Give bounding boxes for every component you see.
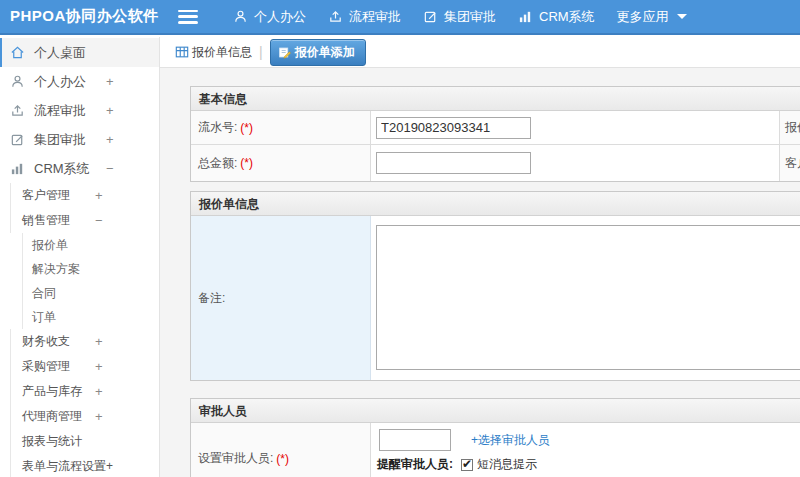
user-icon xyxy=(233,9,248,24)
set-approvers-label: 设置审批人员: xyxy=(198,450,273,467)
grid-icon xyxy=(175,45,189,59)
topnav-workflow-approval[interactable]: 流程审批 xyxy=(317,0,412,34)
form-row-total-amount: 总金额: (*) 客户 xyxy=(191,144,800,181)
sidebar-item-solution[interactable]: 解决方案 xyxy=(22,257,159,281)
sidebar-item-product-inventory[interactable]: 产品与库存 + xyxy=(10,379,159,404)
home-icon xyxy=(10,45,25,60)
total-amount-label: 总金额: xyxy=(198,155,237,172)
expand-icon[interactable]: + xyxy=(95,188,103,203)
expand-icon[interactable]: + xyxy=(106,74,114,89)
required-marker: (*) xyxy=(276,452,289,466)
sidebar-item-personal-desktop[interactable]: 个人桌面 xyxy=(0,38,159,67)
topnav-crm[interactable]: CRM系统 xyxy=(507,0,606,34)
required-marker: (*) xyxy=(240,121,253,135)
remark-label: 备注: xyxy=(198,290,225,307)
collapse-icon[interactable]: − xyxy=(106,161,114,176)
section-title: 基本信息 xyxy=(191,87,800,111)
sidebar-item-sales-mgmt[interactable]: 销售管理 − xyxy=(10,208,159,233)
flow-icon xyxy=(328,9,343,24)
section-quote-info: 报价单信息 备注: xyxy=(190,191,800,381)
sidebar-item-reports-stats[interactable]: 报表与统计 xyxy=(10,429,159,454)
expand-icon[interactable]: + xyxy=(95,334,103,349)
topbar: PHPOA协同办公软件 个人办公 流程审批 集团审批 CRM系统 更多应用 xyxy=(0,0,800,35)
sms-notify-label: 短消息提示 xyxy=(477,456,537,473)
approver-input[interactable] xyxy=(379,429,451,451)
sidebar-item-finance[interactable]: 财务收支 + xyxy=(10,329,159,354)
expand-icon[interactable]: + xyxy=(106,103,114,118)
sidebar-item-purchase-mgmt[interactable]: 采购管理 + xyxy=(10,354,159,379)
sidebar-item-contract[interactable]: 合同 xyxy=(22,281,159,305)
form-add-icon xyxy=(278,46,291,59)
chart-icon xyxy=(518,9,533,24)
remark-textarea[interactable] xyxy=(376,225,800,370)
tab-quote-info[interactable]: 报价单信息 xyxy=(175,44,252,61)
sidebar-item-crm[interactable]: CRM系统 − xyxy=(0,154,159,183)
sms-notify-checkbox[interactable] xyxy=(461,459,473,471)
sidebar-item-workflow-approval[interactable]: 流程审批 + xyxy=(0,96,159,125)
form-row-remark: 备注: xyxy=(191,216,800,380)
collapse-icon[interactable]: − xyxy=(95,213,103,228)
flow-icon xyxy=(10,103,25,118)
app-title: PHPOA协同办公软件 xyxy=(0,7,162,26)
tab-separator: | xyxy=(259,44,263,60)
topnav-more-apps[interactable]: 更多应用 xyxy=(606,0,698,34)
tab-quote-add-active[interactable]: 报价单添加 xyxy=(270,39,366,66)
sidebar: 个人桌面 个人办公 + 流程审批 + 集团审批 + CRM系统 − 客户管理 +… xyxy=(0,37,160,477)
customer-label: 客户 xyxy=(779,145,800,181)
section-approvers: 审批人员 设置审批人员: (*) +选择审批人员 提醒审批人员: 短消息提示 xyxy=(190,398,800,477)
user-icon xyxy=(10,74,25,89)
serial-label: 流水号: xyxy=(198,119,237,136)
form-row-serial: 流水号: (*) 报价 xyxy=(191,111,800,144)
serial-number-input[interactable] xyxy=(376,117,531,139)
menu-icon[interactable] xyxy=(178,10,198,24)
sidebar-item-customer-mgmt[interactable]: 客户管理 + xyxy=(10,183,159,208)
topnav-group-approval[interactable]: 集团审批 xyxy=(412,0,507,34)
tab-bar: 报价单信息 | 报价单添加 xyxy=(160,37,800,68)
sidebar-item-group-approval[interactable]: 集团审批 + xyxy=(0,125,159,154)
expand-icon[interactable]: + xyxy=(95,409,103,424)
sidebar-item-order[interactable]: 订单 xyxy=(22,305,159,329)
remind-approvers-label: 提醒审批人员: xyxy=(377,456,453,473)
quote-name-label: 报价 xyxy=(779,111,800,144)
section-title: 报价单信息 xyxy=(191,192,800,216)
edit-icon xyxy=(423,9,438,24)
choose-approver-link[interactable]: +选择审批人员 xyxy=(471,432,550,449)
sidebar-item-quote[interactable]: 报价单 xyxy=(22,233,159,257)
sidebar-item-form-flow-settings[interactable]: 表单与流程设置+ xyxy=(10,454,159,477)
expand-icon[interactable]: + xyxy=(106,132,114,147)
sidebar-item-personal-office[interactable]: 个人办公 + xyxy=(0,67,159,96)
chevron-down-icon xyxy=(677,14,687,19)
sidebar-item-agent-mgmt[interactable]: 代理商管理 + xyxy=(10,404,159,429)
main-area: 报价单信息 | 报价单添加 基本信息 流水号: (*) 报价 xyxy=(160,37,800,477)
total-amount-input[interactable] xyxy=(376,152,531,174)
topnav-personal-office[interactable]: 个人办公 xyxy=(222,0,317,34)
expand-icon[interactable]: + xyxy=(95,384,103,399)
section-basic-info: 基本信息 流水号: (*) 报价 总金额: (*) 客户 xyxy=(190,86,800,182)
form-content: 基本信息 流水号: (*) 报价 总金额: (*) 客户 xyxy=(160,68,800,477)
edit-icon xyxy=(10,132,25,147)
form-row-approvers: 设置审批人员: (*) +选择审批人员 提醒审批人员: 短消息提示 注：流程第一… xyxy=(191,423,800,477)
required-marker: (*) xyxy=(240,156,253,170)
section-title: 审批人员 xyxy=(191,399,800,423)
expand-icon[interactable]: + xyxy=(95,359,103,374)
top-navigation: 个人办公 流程审批 集团审批 CRM系统 更多应用 xyxy=(222,0,698,34)
chart-icon xyxy=(10,161,25,176)
